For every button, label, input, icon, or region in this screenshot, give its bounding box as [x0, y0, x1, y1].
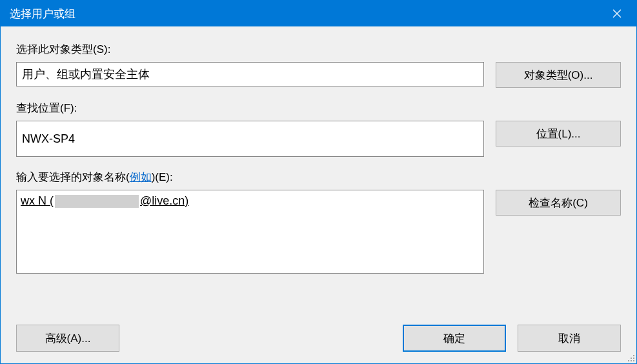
examples-link[interactable]: 例如: [130, 171, 152, 183]
location-value: NWX-SP4: [22, 132, 75, 146]
bottom-button-row: 高级(A)... 确定 取消: [16, 325, 621, 352]
resize-grip-icon: [625, 352, 635, 362]
check-names-button[interactable]: 检查名称(C): [496, 190, 621, 216]
close-icon: [612, 9, 622, 18]
location-field: NWX-SP4: [16, 121, 484, 157]
svg-point-7: [633, 360, 634, 361]
svg-point-2: [633, 355, 634, 356]
object-names-input[interactable]: wx N (@live.cn): [16, 190, 484, 274]
ok-button[interactable]: 确定: [403, 325, 506, 352]
location-label: 查找位置(F):: [16, 101, 621, 116]
svg-point-6: [631, 360, 632, 361]
resolved-object-name: wx N (@live.cn): [21, 194, 188, 207]
object-type-field: 用户、组或内置安全主体: [16, 62, 484, 86]
select-users-groups-dialog: 选择用户或组 选择此对象类型(S): 用户、组或内置安全主体 对象类型(O)..…: [0, 0, 637, 364]
object-names-label: 输入要选择的对象名称(例如)(E):: [16, 170, 621, 185]
close-button[interactable]: [598, 1, 636, 26]
svg-point-3: [631, 358, 632, 359]
object-type-value: 用户、组或内置安全主体: [22, 66, 150, 82]
svg-point-5: [628, 360, 629, 361]
titlebar[interactable]: 选择用户或组: [1, 1, 636, 26]
redacted-text: [55, 195, 139, 208]
object-types-button[interactable]: 对象类型(O)...: [496, 62, 621, 88]
cancel-button[interactable]: 取消: [518, 325, 621, 352]
resize-grip[interactable]: [625, 352, 635, 362]
locations-button[interactable]: 位置(L)...: [496, 121, 621, 147]
object-type-label: 选择此对象类型(S):: [16, 42, 621, 57]
dialog-title: 选择用户或组: [10, 6, 598, 21]
advanced-button[interactable]: 高级(A)...: [16, 325, 119, 352]
svg-point-4: [633, 358, 634, 359]
dialog-content: 选择此对象类型(S): 用户、组或内置安全主体 对象类型(O)... 查找位置(…: [1, 26, 636, 363]
